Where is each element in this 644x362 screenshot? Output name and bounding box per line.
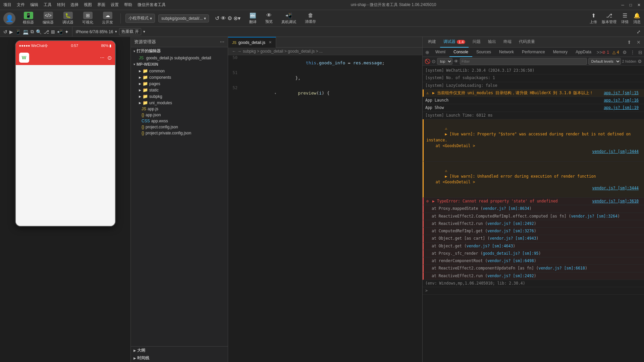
menu-item-goto[interactable]: 转到 bbox=[57, 2, 65, 8]
hot-reload-btn[interactable]: 热重载 开 bbox=[119, 28, 141, 35]
star-icon[interactable]: ✦ bbox=[65, 29, 69, 35]
devtools-tab-debugger[interactable]: 调试器 1.4 bbox=[440, 37, 469, 48]
folder-static[interactable]: ▶ 📁 static bbox=[131, 87, 228, 93]
phone2-icon[interactable]: 📲 bbox=[57, 29, 63, 35]
file-appjs[interactable]: JS app.js bbox=[131, 106, 228, 112]
detail-btn[interactable]: ☰ 详情 bbox=[621, 12, 629, 24]
grid-icon[interactable]: ⊞ bbox=[51, 29, 55, 35]
refresh-btn[interactable]: ↺ 👁 ⚙ ⊗▾ bbox=[212, 14, 243, 23]
devtools-subtab-memory[interactable]: Memory bbox=[549, 48, 572, 57]
cloud-btn[interactable]: ☁ 云开发 bbox=[99, 10, 116, 26]
options-menu-icon[interactable]: ⋮ bbox=[630, 50, 635, 55]
explorer-more-icon[interactable]: ··· bbox=[220, 39, 224, 45]
log-link-4[interactable]: app.js? [sm]:15 bbox=[604, 90, 639, 96]
log-link-9[interactable]: vendor.js? [sm]:3444 bbox=[592, 185, 639, 191]
visual-btn[interactable]: ⊞ 可视化 bbox=[79, 10, 96, 26]
more-tabs-icon[interactable]: >> bbox=[597, 50, 602, 55]
mode-selector[interactable]: 小程序模式 ▾ bbox=[125, 14, 155, 23]
section-timeline[interactable]: ▶ 时间线 bbox=[131, 354, 228, 362]
version-btn[interactable]: ⎇ 版本管理 bbox=[602, 12, 616, 24]
sidebar-toggle-icon[interactable]: ⊟ bbox=[638, 50, 642, 55]
console-output[interactable]: [system] WeChatLib: 2.30.4 (2024.3.17 23… bbox=[423, 66, 644, 362]
copy-icon[interactable]: ⧉ bbox=[31, 29, 34, 35]
breadcrumb-nav-back[interactable]: ← bbox=[232, 49, 236, 54]
menu-item-interface[interactable]: 界面 bbox=[97, 2, 105, 8]
editor-tab-close-btn[interactable]: ✕ bbox=[269, 40, 272, 45]
chevron-down-icon-reload[interactable]: ▾ bbox=[143, 29, 145, 34]
preview-btn[interactable]: 👁 预览 bbox=[263, 11, 275, 25]
devtools-subtab-network[interactable]: Network bbox=[495, 48, 518, 57]
log-link-5[interactable]: app.js? [sm]:16 bbox=[604, 98, 639, 103]
clear-console-icon[interactable]: 🚫 bbox=[425, 59, 430, 64]
menu-item-select[interactable]: 选择 bbox=[70, 2, 78, 8]
window-maximize-btn[interactable]: □ bbox=[630, 3, 632, 7]
devtools-subtab-wxml[interactable]: Wxml bbox=[431, 48, 449, 57]
sim-dot-menu-icon[interactable]: ··· bbox=[100, 55, 104, 61]
real-debug-btn[interactable]: 📲 真机调试 bbox=[279, 11, 299, 26]
devtools-tab-output[interactable]: 输出 bbox=[485, 37, 499, 48]
console-settings-icon[interactable]: ⚙ bbox=[638, 59, 642, 64]
folder-subpkg[interactable]: ▶ 📁 subpkg bbox=[131, 93, 228, 100]
editor-code-content[interactable]: 50 this.goods_info = res.message; 51 }, … bbox=[228, 55, 422, 362]
folder-pages[interactable]: ▶ 📁 pages bbox=[131, 80, 228, 87]
simulator-btn[interactable]: 📱 模拟器 bbox=[20, 10, 37, 26]
section-outline[interactable]: ▶ 大纲 bbox=[131, 347, 228, 354]
file-projectconfig[interactable]: {} project.config.json bbox=[131, 124, 228, 130]
menu-item-view[interactable]: 视图 bbox=[84, 2, 92, 8]
menu-item-edit[interactable]: 编辑 bbox=[30, 2, 38, 8]
devtools-tab-terminal[interactable]: 终端 bbox=[500, 37, 515, 48]
window-close-btn[interactable]: ✕ bbox=[637, 3, 641, 7]
devtools-tab-quality[interactable]: 代码质量 bbox=[516, 37, 538, 48]
sim-circle-icon[interactable]: ⊙ bbox=[107, 55, 112, 61]
log-prompt[interactable]: > bbox=[423, 287, 644, 295]
devtools-subtab-appdata[interactable]: AppData bbox=[572, 48, 595, 57]
log-link-10[interactable]: vendor.js? [sm]:3610 bbox=[592, 198, 639, 204]
notify-btn[interactable]: 🔔 消息 bbox=[633, 12, 641, 24]
chevron-down-icon-device[interactable]: ▾ bbox=[115, 29, 117, 34]
window-minimize-btn[interactable]: ─ bbox=[621, 3, 624, 7]
context-selector[interactable]: top bbox=[437, 58, 452, 65]
translate-btn[interactable]: 🔤 翻译 bbox=[247, 11, 259, 26]
devtools-subtab-console[interactable]: Console bbox=[449, 48, 472, 57]
expand-icon[interactable]: ⤢ bbox=[637, 29, 641, 35]
git-icon[interactable]: ⎇ bbox=[44, 29, 49, 35]
phone-icon[interactable]: 📱 bbox=[15, 29, 21, 35]
console-filter-input[interactable] bbox=[460, 58, 587, 65]
section-mp-weixin[interactable]: ▾ MP-WEIXIN bbox=[131, 61, 228, 68]
editor-tab-goods-detail[interactable]: JS goods_detail.js ✕ bbox=[228, 37, 276, 48]
log-link-6[interactable]: app.js? [sm]:19 bbox=[604, 105, 639, 111]
devtools-tab-issues[interactable]: 问题 bbox=[469, 37, 484, 48]
open-file-item[interactable]: JS goods_detail.js subpkg\goods_detail bbox=[131, 55, 228, 61]
upload-btn[interactable]: ⬆ 上传 bbox=[590, 12, 597, 24]
rotate-icon[interactable]: ↺ bbox=[3, 29, 7, 35]
clear-cache-btn[interactable]: 🗑 清缓存 bbox=[302, 11, 319, 25]
debugger-btn[interactable]: 🐛 调试器 bbox=[60, 10, 76, 26]
menu-item-file[interactable]: 文件 bbox=[17, 2, 25, 8]
path-selector[interactable]: subpkg/goods_detail/... ▾ bbox=[158, 14, 209, 22]
devtools-tab-build[interactable]: 构建 bbox=[425, 37, 439, 48]
menu-item-project[interactable]: 项目 bbox=[3, 2, 11, 8]
file-appwxss[interactable]: CSS app.wxss bbox=[131, 118, 228, 124]
devtools-subtab-sources[interactable]: Sources bbox=[472, 48, 495, 57]
section-open-editors[interactable]: ▾ 打开的编辑器 bbox=[131, 47, 228, 55]
menu-item-tools[interactable]: 工具 bbox=[44, 2, 52, 8]
menu-item-help[interactable]: 帮助 bbox=[124, 2, 132, 8]
devtools-expand-btn[interactable]: ⬆ bbox=[626, 38, 633, 46]
search-icon[interactable]: 🔍 bbox=[36, 29, 42, 35]
eye-filter-icon[interactable]: 👁 bbox=[454, 59, 459, 64]
pause-exceptions-icon[interactable]: ⊙ bbox=[432, 59, 436, 64]
inspect-icon[interactable]: ⊕ bbox=[425, 50, 429, 55]
menu-item-wechat-tools[interactable]: 微信开发者工具 bbox=[138, 2, 166, 8]
breadcrumb-nav-fwd[interactable]: → bbox=[237, 49, 241, 54]
devtools-close-btn[interactable]: ✕ bbox=[635, 38, 642, 46]
settings-gear-icon[interactable]: ⚙ bbox=[623, 50, 627, 55]
menu-item-settings[interactable]: 设置 bbox=[111, 2, 119, 8]
folder-common[interactable]: ▶ 📁 common bbox=[131, 68, 228, 74]
log-link-8[interactable]: vendor.js? [sm]:3444 bbox=[592, 149, 639, 155]
folder-components[interactable]: ▶ 📁 components bbox=[131, 74, 228, 80]
file-appjson[interactable]: {} app.json bbox=[131, 112, 228, 118]
file-projectprivate[interactable]: {} project.private.config.json bbox=[131, 130, 228, 136]
play-icon[interactable]: ▶ bbox=[9, 29, 13, 35]
folder-uni-modules[interactable]: ▶ 📁 uni_modules bbox=[131, 100, 228, 106]
log-level-selector[interactable]: Default levels bbox=[588, 58, 621, 65]
